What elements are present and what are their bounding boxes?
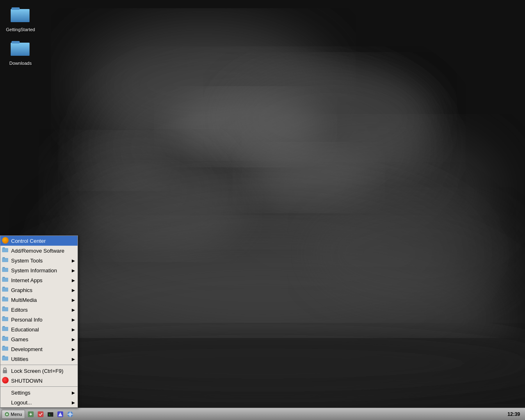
menu-button[interactable]: Menu [2, 410, 25, 419]
shutdown-label: SHUTDOWN [11, 378, 43, 384]
development-label: Development [11, 346, 43, 352]
taskbar-icon-3[interactable]: $_ [46, 410, 55, 418]
system-info-icon [2, 267, 9, 274]
menu-item-utilities[interactable]: Utilities ▶ [0, 354, 78, 364]
downloads-label: Downloads [9, 61, 32, 66]
svg-rect-20 [11, 41, 20, 43]
menu-item-control-center[interactable]: Control Center [0, 236, 78, 246]
svg-rect-35 [2, 317, 8, 321]
settings-label: Settings [11, 390, 30, 396]
graphics-label: Graphics [11, 287, 32, 293]
svg-rect-27 [2, 278, 8, 282]
educational-icon [2, 326, 9, 333]
add-remove-icon [2, 247, 9, 254]
lock-screen-icon [2, 367, 9, 374]
svg-rect-29 [2, 288, 8, 292]
settings-icon [2, 389, 9, 396]
svg-rect-45 [3, 370, 7, 373]
svg-rect-41 [2, 347, 8, 351]
menu-item-add-remove[interactable]: Add/Remove Software [0, 246, 78, 256]
svg-rect-40 [2, 336, 5, 337]
games-label: Games [11, 336, 28, 342]
games-arrow: ▶ [72, 337, 75, 342]
menu-item-editors[interactable]: Editors ▶ [0, 305, 78, 315]
editors-label: Editors [11, 307, 27, 313]
svg-rect-33 [2, 307, 8, 311]
educational-arrow: ▶ [72, 327, 75, 332]
getting-started-folder-icon [11, 6, 30, 25]
personal-info-label: Personal Info [11, 317, 43, 323]
educational-label: Educational [11, 326, 39, 333]
svg-rect-39 [2, 337, 8, 341]
separator-2 [0, 386, 78, 387]
logout-arrow: ▶ [72, 400, 75, 405]
svg-rect-17 [11, 7, 20, 10]
editors-arrow: ▶ [72, 308, 75, 312]
svg-rect-36 [2, 316, 5, 317]
svg-point-12 [68, 135, 169, 186]
graphics-arrow: ▶ [72, 288, 75, 292]
system-info-label: System Information [11, 267, 57, 274]
svg-rect-25 [2, 268, 8, 272]
menu-item-system-info[interactable]: System Information ▶ [0, 265, 78, 275]
svg-rect-32 [2, 297, 5, 298]
multimedia-arrow: ▶ [72, 298, 75, 302]
getting-started-label: GettingStarted [6, 27, 35, 32]
menu-item-internet-apps[interactable]: Internet Apps ▶ [0, 275, 78, 285]
menu-item-system-tools[interactable]: System Tools ▶ [0, 256, 78, 265]
editors-icon [2, 306, 9, 313]
svg-rect-24 [2, 257, 5, 258]
menu-item-settings[interactable]: Settings ▶ [0, 388, 78, 397]
taskbar: Menu $_ [0, 408, 525, 420]
svg-rect-22 [2, 247, 5, 249]
internet-apps-arrow: ▶ [72, 278, 75, 283]
control-center-icon [2, 237, 9, 244]
svg-point-11 [246, 148, 372, 207]
taskbar-icon-1[interactable] [27, 410, 35, 418]
multimedia-icon [2, 296, 9, 304]
menu-item-personal-info[interactable]: Personal Info ▶ [0, 315, 78, 324]
logout-label: Logout... [11, 399, 32, 406]
menu-item-lock-screen[interactable]: Lock Screen (Ctrl+F9) [0, 366, 78, 376]
svg-rect-26 [2, 267, 5, 268]
menu-label: Menu [11, 412, 22, 417]
control-center-label: Control Center [11, 238, 46, 244]
taskbar-icon-5[interactable] [66, 410, 74, 418]
svg-rect-44 [2, 356, 5, 357]
svg-rect-30 [2, 287, 5, 288]
svg-rect-31 [2, 297, 8, 301]
menu-item-multimedia[interactable]: MultiMedia ▶ [0, 295, 78, 305]
menu-item-games[interactable]: Games ▶ [0, 334, 78, 344]
menu-item-educational[interactable]: Educational ▶ [0, 324, 78, 334]
desktop: GettingStarted Downloads [0, 0, 525, 420]
system-tools-icon [2, 257, 9, 264]
desktop-background [0, 0, 525, 420]
svg-rect-21 [2, 248, 8, 252]
svg-rect-38 [2, 326, 5, 327]
svg-rect-23 [2, 258, 8, 262]
lock-screen-label: Lock Screen (Ctrl+F9) [11, 368, 64, 374]
desktop-icon-getting-started[interactable]: GettingStarted [4, 4, 37, 34]
system-info-arrow: ▶ [72, 268, 75, 273]
internet-apps-label: Internet Apps [11, 277, 43, 283]
desktop-icon-downloads[interactable]: Downloads [4, 38, 37, 67]
menu-item-shutdown[interactable]: SHUTDOWN [0, 376, 78, 386]
personal-info-arrow: ▶ [72, 317, 75, 322]
taskbar-clock: 12:39 [504, 411, 523, 417]
svg-rect-16 [11, 9, 30, 22]
graphics-icon [2, 286, 9, 294]
taskbar-icon-2[interactable] [37, 410, 45, 418]
development-arrow: ▶ [72, 347, 75, 352]
internet-apps-icon [2, 276, 9, 284]
svg-text:$_: $_ [49, 413, 52, 416]
menu-item-development[interactable]: Development ▶ [0, 344, 78, 354]
add-remove-label: Add/Remove Software [11, 248, 64, 254]
menu-item-logout[interactable]: Logout... ▶ [0, 397, 78, 407]
menu-item-graphics[interactable]: Graphics ▶ [0, 285, 78, 295]
settings-arrow: ▶ [72, 390, 75, 395]
shutdown-icon [2, 377, 9, 384]
menu-icon [5, 412, 9, 417]
system-tools-label: System Tools [11, 258, 43, 264]
taskbar-icon-4[interactable] [56, 410, 64, 418]
multimedia-label: MultiMedia [11, 297, 37, 303]
